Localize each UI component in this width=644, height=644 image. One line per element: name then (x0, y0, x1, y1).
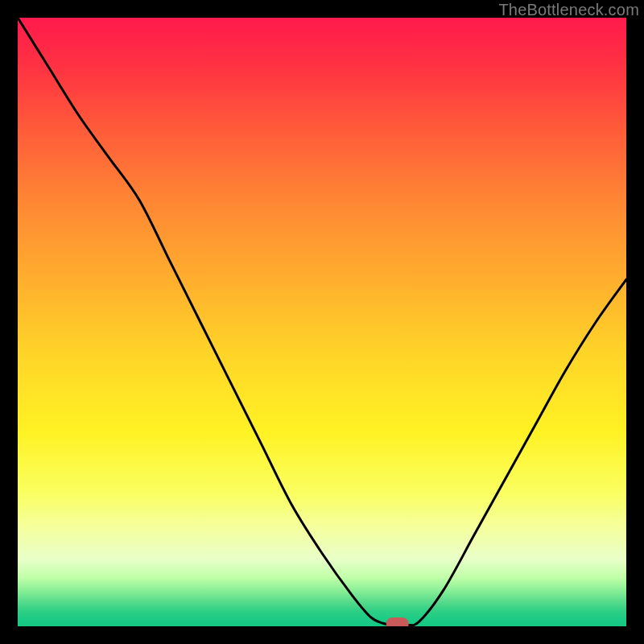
bottleneck-curve (18, 18, 626, 625)
chart-frame: TheBottleneck.com (0, 0, 644, 644)
chart-svg (18, 18, 626, 626)
watermark-text: TheBottleneck.com (498, 1, 639, 19)
plot-area (18, 18, 626, 626)
optimum-marker (386, 617, 409, 626)
